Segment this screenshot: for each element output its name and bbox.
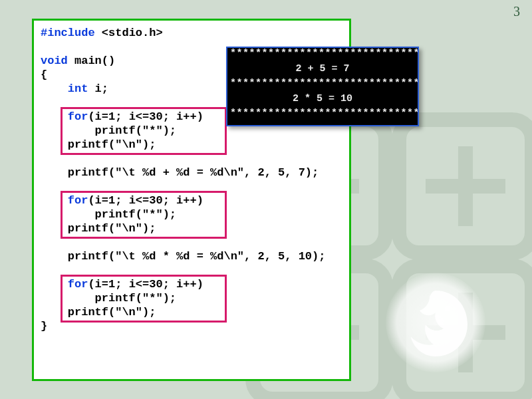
page-number: 3 [513, 4, 520, 19]
output-separator: ****************************** [227, 78, 418, 90]
output-separator: ****************************** [227, 48, 418, 60]
console-output: ****************************** 2 + 5 = 7… [226, 47, 419, 126]
svg-rect-1 [399, 120, 532, 253]
svg-rect-3 [399, 266, 532, 399]
output-line-2: 2 * 5 = 10 [227, 90, 418, 108]
svg-point-4 [445, 306, 451, 312]
output-separator: ****************************** [227, 108, 418, 120]
output-line-1: 2 + 5 = 7 [227, 60, 418, 78]
dragon-watermark [386, 273, 485, 372]
